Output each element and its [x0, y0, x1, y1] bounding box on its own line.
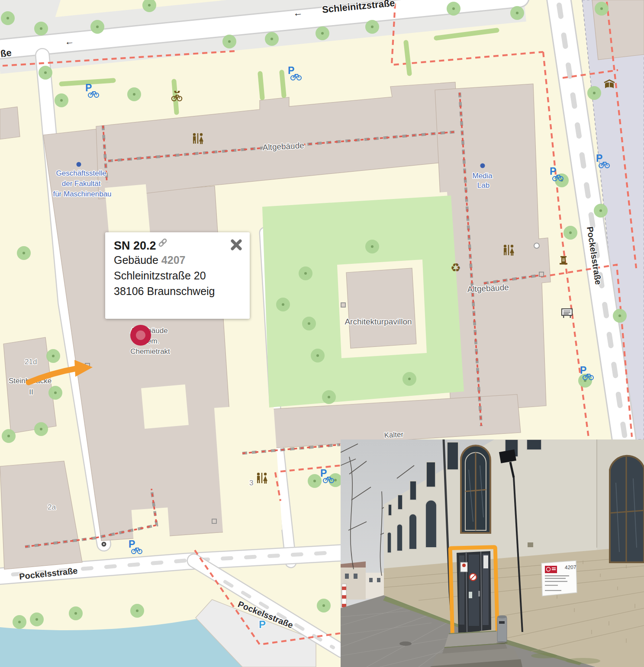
door-handle — [478, 591, 480, 596]
oneway-arrow: ← — [293, 7, 303, 19]
location-marker[interactable] — [130, 325, 151, 346]
popup-close-button[interactable] — [230, 238, 243, 251]
node-icon — [534, 243, 539, 248]
trash-bin — [496, 616, 508, 645]
label-architekturpavillon: Architekturpavillon — [345, 317, 412, 326]
popup-address-city: 38106 Braunschweig — [114, 283, 241, 299]
label-21d: 21d — [25, 358, 37, 366]
poi-dot — [77, 162, 81, 167]
entrance-photo-inset: 4207 — [341, 439, 644, 667]
building-number: 4207 — [161, 254, 186, 266]
popup-title: SN 20.2 — [114, 239, 156, 252]
label-2a: 2a — [48, 503, 56, 511]
sanitizer — [469, 592, 472, 598]
label-kalter: Kalter — [384, 430, 404, 439]
poi-dot — [480, 164, 485, 168]
green-courtyard — [262, 196, 464, 407]
popup-address-street: Schleinitzstraße 20 — [114, 268, 241, 283]
building-sign: 4207 — [541, 561, 577, 596]
link-icon[interactable] — [158, 237, 168, 250]
room-info-popup: SN 20.2 Gebäude 4207 Schleinitzstraße 20… — [105, 232, 250, 319]
close-icon — [232, 241, 240, 249]
recycling-icon: ♻ — [451, 261, 461, 274]
room-finder-app: { "popup": { "title": "SN 20.2", "buildi… — [0, 0, 644, 667]
street-fragment: ße — [0, 47, 12, 59]
sign-building-number: 4207 — [565, 564, 576, 571]
popup-building-line: Gebäude 4207 — [114, 252, 241, 268]
parking-lot-letter: P — [259, 619, 266, 630]
oneway-arrow: ← — [64, 35, 74, 47]
label-3: 3 — [249, 479, 253, 487]
wall-vent — [528, 542, 533, 547]
building-architekturpavillon — [346, 268, 416, 348]
